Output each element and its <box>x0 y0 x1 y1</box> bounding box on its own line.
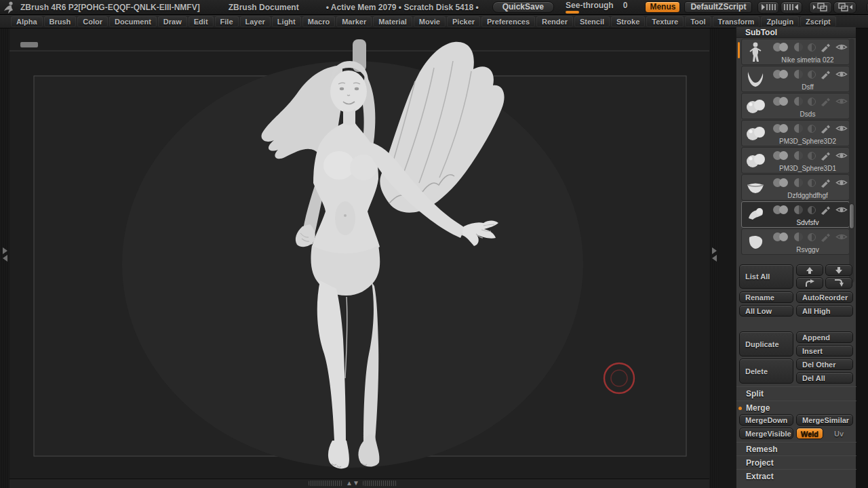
menu-item-material[interactable]: Material <box>373 16 412 27</box>
polypaint-icon[interactable] <box>773 43 789 52</box>
palette-scroll-left-icon[interactable] <box>757 1 779 14</box>
menu-item-file[interactable]: File <box>215 16 239 27</box>
polypaint-icon[interactable] <box>773 205 789 214</box>
section-extract[interactable]: Extract <box>736 469 856 483</box>
subtool-row-4[interactable]: PM3D_Sphere3D1 <box>741 147 850 174</box>
section-project[interactable]: Project <box>736 455 856 469</box>
move-down-button[interactable] <box>825 264 852 276</box>
append-button[interactable]: Append <box>796 331 853 343</box>
undo-arrow-button[interactable] <box>825 277 852 289</box>
half-sphere-icon[interactable] <box>808 43 816 52</box>
half-sphere-icon[interactable] <box>808 125 816 133</box>
polypaint-icon[interactable] <box>773 70 789 79</box>
eye-icon[interactable] <box>835 178 848 187</box>
default-zscript-button[interactable]: DefaultZScript <box>684 1 752 13</box>
palette-scroll-right-icon[interactable] <box>781 1 802 14</box>
half-sphere-icon[interactable] <box>808 233 816 241</box>
merge-visible-button[interactable]: MergeVisible <box>739 428 793 439</box>
subtool-thumbnail-wing[interactable] <box>743 68 768 91</box>
menu-item-stencil[interactable]: Stencil <box>574 16 610 27</box>
half-sphere-icon[interactable] <box>808 98 816 106</box>
subtool-row-5[interactable]: Dzfdgghdfhgf <box>741 174 850 201</box>
list-all-button[interactable]: List All <box>739 264 793 289</box>
document-canvas[interactable]: ▲▼ <box>9 28 709 488</box>
brush-icon[interactable] <box>821 69 831 79</box>
right-tray-handle-icon[interactable] <box>709 244 719 264</box>
subtool-thumbnail-mouth[interactable] <box>743 176 768 199</box>
menu-item-marker[interactable]: Marker <box>336 16 372 27</box>
menu-item-document[interactable]: Document <box>109 16 157 27</box>
brush-icon[interactable] <box>821 178 831 188</box>
polypaint-icon[interactable] <box>773 124 789 133</box>
brush-icon[interactable] <box>821 96 831 106</box>
menu-item-zscript[interactable]: Zscript <box>800 16 836 27</box>
left-tray-handle-icon[interactable] <box>0 244 9 264</box>
subtool-row-7[interactable]: Rsvggv <box>741 228 850 255</box>
subtool-thumbnail-spheres[interactable] <box>743 149 768 172</box>
menu-item-tool[interactable]: Tool <box>685 16 711 27</box>
insert-button[interactable]: Insert <box>796 345 853 357</box>
shaded-sphere-icon[interactable] <box>794 43 803 52</box>
merge-similar-button[interactable]: MergeSimilar <box>796 414 853 426</box>
menu-item-zplugin[interactable]: Zplugin <box>761 16 799 27</box>
del-all-button[interactable]: Del All <box>796 372 853 384</box>
section-remesh[interactable]: Remesh <box>736 442 856 455</box>
eye-icon[interactable] <box>835 124 848 133</box>
bottom-tray-handle[interactable]: ▲▼ <box>309 480 410 487</box>
menu-item-movie[interactable]: Movie <box>414 16 446 27</box>
shaded-sphere-icon[interactable] <box>794 151 803 160</box>
shaded-sphere-icon[interactable] <box>794 205 803 214</box>
uv-button[interactable]: Uv <box>825 428 852 439</box>
move-up-button[interactable] <box>796 264 823 276</box>
subtool-row-1[interactable]: Dsff <box>741 66 850 92</box>
delete-button[interactable]: Delete <box>739 359 793 384</box>
del-other-button[interactable]: Del Other <box>796 359 853 370</box>
shaded-sphere-icon[interactable] <box>794 70 803 79</box>
menus-toggle-button[interactable]: Menus <box>645 1 680 13</box>
rename-button[interactable]: Rename <box>739 291 793 303</box>
all-high-button[interactable]: All High <box>796 305 853 317</box>
eye-icon[interactable] <box>835 43 848 52</box>
menu-item-texture[interactable]: Texture <box>646 16 684 27</box>
left-tray-divider[interactable] <box>0 28 9 488</box>
redo-arrow-button[interactable] <box>796 277 823 289</box>
section-split[interactable]: Split <box>736 386 856 400</box>
right-tray-divider[interactable] <box>709 28 719 488</box>
brush-icon[interactable] <box>821 232 831 242</box>
duplicate-button[interactable]: Duplicate <box>739 331 793 357</box>
menu-item-macro[interactable]: Macro <box>302 16 335 27</box>
subtool-thumbnail-tooth[interactable] <box>743 230 768 253</box>
subtool-row-3[interactable]: PM3D_Sphere3D2 <box>741 120 850 146</box>
subtool-thumbnail-figure[interactable] <box>743 41 768 64</box>
polypaint-icon[interactable] <box>773 97 789 106</box>
half-sphere-icon[interactable] <box>808 152 816 160</box>
subtool-scrollbar[interactable] <box>849 39 854 283</box>
menu-item-layer[interactable]: Layer <box>240 16 271 27</box>
menu-item-color[interactable]: Color <box>77 16 108 27</box>
menu-item-light[interactable]: Light <box>272 16 301 27</box>
half-sphere-icon[interactable] <box>808 70 816 79</box>
bottom-tray-arrows-icon[interactable]: ▲▼ <box>346 480 359 487</box>
subtool-scrollbar-thumb[interactable] <box>849 203 854 229</box>
eye-icon[interactable] <box>835 205 848 214</box>
dock-right-icon[interactable] <box>833 1 856 14</box>
subtool-row-2[interactable]: Dsds <box>741 93 850 119</box>
quicksave-button[interactable]: QuickSave <box>492 1 554 13</box>
menu-item-picker[interactable]: Picker <box>447 16 480 27</box>
eye-icon[interactable] <box>835 70 848 79</box>
eye-icon[interactable] <box>835 151 848 160</box>
canvas-scroll-nub[interactable] <box>20 42 38 47</box>
polypaint-icon[interactable] <box>773 178 789 187</box>
half-sphere-icon[interactable] <box>808 206 816 214</box>
polypaint-icon[interactable] <box>773 151 789 160</box>
auto-reorder-button[interactable]: AutoReorder <box>796 291 853 303</box>
menu-item-render[interactable]: Render <box>536 16 573 27</box>
subtool-panel-title[interactable]: SubTool <box>736 27 856 38</box>
weld-button[interactable]: Weld <box>796 428 823 439</box>
shaded-sphere-icon[interactable] <box>794 178 803 187</box>
menu-item-edit[interactable]: Edit <box>189 16 214 27</box>
half-sphere-icon[interactable] <box>808 179 816 187</box>
menu-item-transform[interactable]: Transform <box>713 16 760 27</box>
shaded-sphere-icon[interactable] <box>794 124 803 133</box>
subtool-thumbnail-spheres[interactable] <box>743 95 768 118</box>
